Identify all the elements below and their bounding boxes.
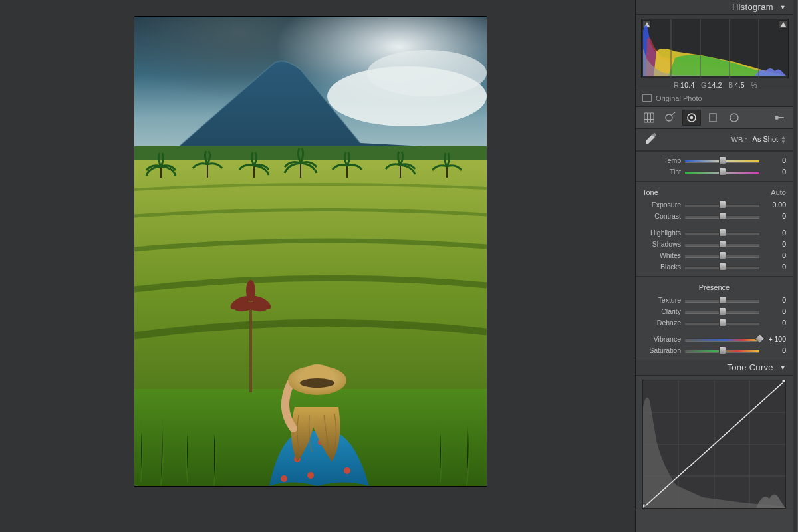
svg-point-23: [307, 472, 314, 479]
exposure-slider[interactable]: [685, 201, 759, 208]
wb-sliders: Temp 0 Tint 0: [636, 151, 793, 181]
shadows-slider[interactable]: [685, 241, 759, 247]
svg-point-39: [666, 114, 672, 121]
svg-point-44: [775, 116, 779, 120]
tone-section: ToneAuto Exposure0.00 Contrast0 Highligh…: [636, 181, 793, 276]
original-photo-toggle[interactable]: Original Photo: [636, 90, 793, 107]
crop-tool-icon[interactable]: [640, 110, 658, 126]
basic-panel: WB : As Shot▲▼ Temp 0 Tint 0 ToneAuto Ex…: [636, 129, 793, 360]
tint-value[interactable]: 0: [763, 168, 786, 176]
spot-removal-tool-icon[interactable]: [661, 110, 680, 126]
dehaze-slider[interactable]: [685, 319, 759, 326]
develop-panel: Histogram ▼: [635, 0, 793, 532]
svg-rect-34: [644, 113, 654, 122]
whites-slider[interactable]: [685, 252, 759, 259]
white-balance-eyedropper-icon[interactable]: [642, 132, 657, 147]
rgb-readout: R10.4 G14.2 B4.5 %: [641, 78, 787, 89]
checkbox-icon: [642, 94, 652, 102]
temp-value[interactable]: 0: [763, 156, 786, 164]
histogram-panel-header[interactable]: Histogram ▼: [636, 0, 793, 15]
vibrance-slider[interactable]: [685, 336, 759, 342]
wb-label: WB :: [732, 136, 747, 144]
histogram-title: Histogram: [732, 2, 773, 12]
svg-rect-11: [346, 166, 348, 178]
svg-point-4: [367, 50, 487, 96]
saturation-slider[interactable]: [685, 347, 759, 354]
svg-rect-10: [300, 163, 301, 178]
histogram[interactable]: [641, 19, 789, 78]
panel-resize-grip[interactable]: [793, 0, 798, 532]
tint-slider[interactable]: [685, 168, 759, 175]
temp-slider[interactable]: [685, 157, 759, 164]
dehaze-value[interactable]: 0: [763, 319, 786, 327]
histogram-container: R10.4 G14.2 B4.5 %: [636, 15, 793, 90]
photo-preview[interactable]: [134, 17, 487, 486]
svg-rect-45: [779, 117, 784, 118]
svg-rect-15: [249, 303, 252, 392]
blacks-value[interactable]: 0: [763, 263, 786, 271]
radial-filter-tool-icon[interactable]: [725, 110, 743, 126]
texture-value[interactable]: 0: [763, 296, 786, 304]
shadows-value[interactable]: 0: [763, 240, 786, 248]
temp-slider-row: Temp 0: [642, 154, 786, 166]
svg-rect-54: [643, 504, 645, 507]
texture-slider[interactable]: [685, 297, 759, 303]
updown-icon: ▲▼: [781, 135, 786, 144]
tool-strip: [636, 107, 793, 129]
svg-rect-13: [446, 166, 448, 178]
collapse-icon: ▼: [780, 1, 786, 15]
svg-rect-42: [710, 114, 716, 122]
svg-point-24: [344, 467, 350, 474]
contrast-slider[interactable]: [685, 213, 759, 219]
svg-point-25: [281, 475, 287, 482]
canvas-area[interactable]: [0, 0, 635, 532]
tone-curve-header[interactable]: Tone Curve ▼: [636, 360, 793, 376]
exposure-value[interactable]: 0.00: [763, 201, 786, 209]
clarity-value[interactable]: 0: [763, 307, 786, 315]
auto-tone-button[interactable]: Auto: [771, 188, 786, 196]
wb-selector[interactable]: As Shot▲▼: [753, 135, 786, 144]
svg-point-41: [690, 116, 693, 119]
redeye-tool-icon[interactable]: [682, 110, 701, 126]
collapse-icon: ▼: [780, 361, 786, 375]
svg-point-20: [246, 280, 255, 301]
svg-point-29: [300, 378, 334, 388]
vibrance-value[interactable]: + 100: [763, 335, 786, 343]
saturation-value[interactable]: 0: [763, 346, 786, 354]
adjustment-brush-tool-icon[interactable]: [770, 110, 789, 126]
svg-rect-9: [253, 166, 255, 178]
whites-value[interactable]: 0: [763, 251, 786, 259]
presence-section: Presence Texture0 Clarity0 Dehaze0 Vibra…: [636, 276, 793, 360]
white-balance-row: WB : As Shot▲▼: [636, 129, 793, 151]
svg-point-43: [730, 114, 738, 122]
highlights-slider[interactable]: [685, 229, 759, 236]
contrast-value[interactable]: 0: [763, 212, 786, 220]
clarity-slider[interactable]: [685, 308, 759, 315]
tint-slider-row: Tint 0: [642, 166, 786, 177]
svg-rect-7: [160, 166, 162, 178]
svg-rect-55: [782, 380, 785, 382]
highlights-value[interactable]: 0: [763, 229, 786, 237]
svg-rect-8: [207, 164, 208, 178]
tone-curve-panel: Tone Curve ▼: [636, 360, 793, 509]
blacks-slider[interactable]: [685, 263, 759, 270]
tone-curve-graph[interactable]: [642, 380, 786, 509]
graduated-filter-tool-icon[interactable]: [704, 110, 722, 126]
svg-rect-12: [400, 165, 401, 178]
